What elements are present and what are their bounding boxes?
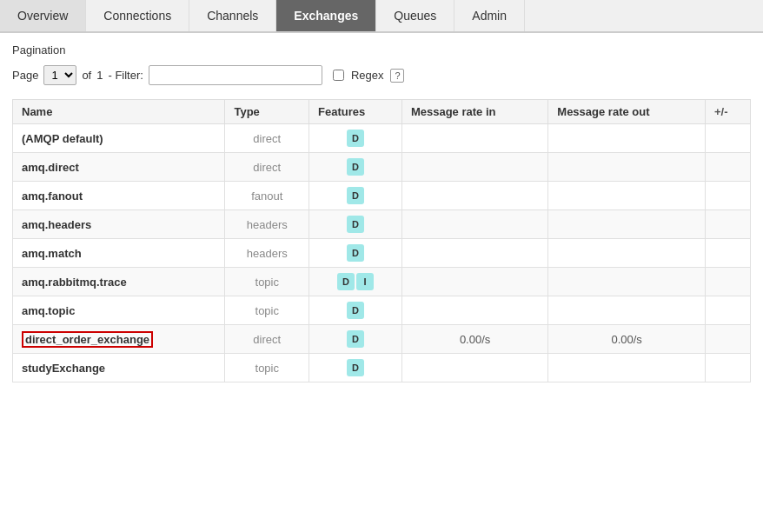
feature-badge-D: D bbox=[337, 273, 355, 290]
help-button[interactable]: ? bbox=[390, 69, 404, 83]
cell-name: amq.match bbox=[13, 239, 225, 268]
cell-type: topic bbox=[225, 296, 309, 325]
cell-plus-minus bbox=[706, 124, 751, 153]
of-label: of bbox=[82, 69, 91, 82]
cell-features: D bbox=[309, 210, 402, 239]
nav-item-channels[interactable]: Channels bbox=[189, 0, 276, 31]
cell-type: headers bbox=[225, 210, 309, 239]
cell-rate-in: 0.00/s bbox=[401, 325, 547, 354]
table-row: studyExchangetopicD bbox=[13, 354, 751, 382]
cell-type: headers bbox=[225, 239, 309, 268]
feature-badge-D: D bbox=[347, 359, 364, 376]
feature-badge-D: D bbox=[347, 330, 364, 348]
section-title: Pagination bbox=[12, 43, 751, 57]
regex-label: Regex bbox=[351, 69, 384, 82]
table-row: amq.topictopicD bbox=[13, 296, 751, 325]
cell-features: D bbox=[309, 325, 402, 354]
cell-name: amq.fanout bbox=[13, 182, 225, 210]
total-pages: 1 bbox=[96, 69, 103, 82]
col-rate-out: Message rate out bbox=[548, 100, 706, 124]
table-row: amq.headersheadersD bbox=[13, 210, 751, 239]
cell-rate-out bbox=[548, 124, 706, 153]
cell-features: D bbox=[309, 153, 402, 182]
cell-rate-out bbox=[548, 354, 706, 382]
cell-name: studyExchange bbox=[13, 354, 225, 382]
feature-badge-D: D bbox=[347, 302, 364, 319]
pagination-controls: Page 1 of 1 - Filter: Regex ? bbox=[12, 65, 751, 85]
cell-features: D bbox=[309, 354, 402, 382]
col-features: Features bbox=[309, 100, 402, 124]
cell-plus-minus bbox=[706, 325, 751, 354]
filter-input[interactable] bbox=[149, 65, 322, 85]
cell-type: direct bbox=[225, 325, 309, 354]
feature-badge-I: I bbox=[356, 273, 374, 290]
cell-type: topic bbox=[225, 354, 309, 382]
cell-name: (AMQP default) bbox=[13, 124, 225, 153]
cell-rate-out bbox=[548, 268, 706, 296]
regex-checkbox[interactable] bbox=[333, 70, 344, 81]
cell-rate-out bbox=[548, 153, 706, 182]
col-name: Name bbox=[13, 100, 225, 124]
cell-type: fanout bbox=[225, 182, 309, 210]
feature-badge-D: D bbox=[347, 130, 364, 147]
col-rate-in: Message rate in bbox=[401, 100, 547, 124]
cell-plus-minus bbox=[706, 210, 751, 239]
cell-plus-minus bbox=[706, 182, 751, 210]
cell-name: amq.rabbitmq.trace bbox=[13, 268, 225, 296]
page-content: Pagination Page 1 of 1 - Filter: Regex ?… bbox=[0, 33, 763, 393]
cell-rate-out: 0.00/s bbox=[548, 325, 706, 354]
cell-plus-minus bbox=[706, 239, 751, 268]
cell-features: D bbox=[309, 182, 402, 210]
cell-name: amq.direct bbox=[13, 153, 225, 182]
cell-rate-in bbox=[401, 210, 547, 239]
cell-plus-minus bbox=[706, 268, 751, 296]
col-type: Type bbox=[225, 100, 309, 124]
table-row: amq.matchheadersD bbox=[13, 239, 751, 268]
col-plus-minus: +/- bbox=[706, 100, 751, 124]
nav-item-admin[interactable]: Admin bbox=[454, 0, 525, 31]
cell-rate-in bbox=[401, 182, 547, 210]
nav-item-overview[interactable]: Overview bbox=[0, 0, 86, 31]
cell-plus-minus bbox=[706, 354, 751, 382]
cell-rate-out bbox=[548, 182, 706, 210]
cell-rate-out bbox=[548, 296, 706, 325]
table-row: (AMQP default)directD bbox=[13, 124, 751, 153]
cell-features: D bbox=[309, 296, 402, 325]
cell-type: direct bbox=[225, 153, 309, 182]
table-row: amq.directdirectD bbox=[13, 153, 751, 182]
cell-plus-minus bbox=[706, 296, 751, 325]
nav-bar: OverviewConnectionsChannelsExchangesQueu… bbox=[0, 0, 763, 33]
table-row: direct_order_exchangedirectD0.00/s0.00/s bbox=[13, 325, 751, 354]
cell-features: D bbox=[309, 124, 402, 153]
cell-type: topic bbox=[225, 268, 309, 296]
table-row: amq.fanoutfanoutD bbox=[13, 182, 751, 210]
cell-name: amq.topic bbox=[13, 296, 225, 325]
cell-rate-in bbox=[401, 296, 547, 325]
page-select[interactable]: 1 bbox=[43, 65, 76, 85]
cell-type: direct bbox=[225, 124, 309, 153]
exchanges-table: Name Type Features Message rate in Messa… bbox=[12, 99, 751, 382]
cell-name: amq.headers bbox=[13, 210, 225, 239]
filter-label: - Filter: bbox=[108, 69, 143, 82]
cell-rate-in bbox=[401, 153, 547, 182]
feature-badge-D: D bbox=[347, 158, 364, 176]
cell-rate-out bbox=[548, 239, 706, 268]
cell-rate-out bbox=[548, 210, 706, 239]
nav-item-queues[interactable]: Queues bbox=[376, 0, 454, 31]
page-label: Page bbox=[12, 69, 38, 82]
cell-rate-in bbox=[401, 124, 547, 153]
feature-badge-D: D bbox=[347, 187, 364, 204]
table-header: Name Type Features Message rate in Messa… bbox=[13, 100, 751, 124]
feature-badge-D: D bbox=[347, 216, 364, 233]
cell-features: D bbox=[309, 239, 402, 268]
cell-rate-in bbox=[401, 268, 547, 296]
cell-rate-in bbox=[401, 239, 547, 268]
table-body: (AMQP default)directDamq.directdirectDam… bbox=[13, 124, 751, 382]
cell-features: DI bbox=[309, 268, 402, 296]
nav-item-exchanges[interactable]: Exchanges bbox=[276, 0, 376, 31]
highlighted-name[interactable]: direct_order_exchange bbox=[22, 331, 153, 348]
cell-rate-in bbox=[401, 354, 547, 382]
cell-plus-minus bbox=[706, 153, 751, 182]
nav-item-connections[interactable]: Connections bbox=[86, 0, 189, 31]
cell-name[interactable]: direct_order_exchange bbox=[13, 325, 225, 354]
